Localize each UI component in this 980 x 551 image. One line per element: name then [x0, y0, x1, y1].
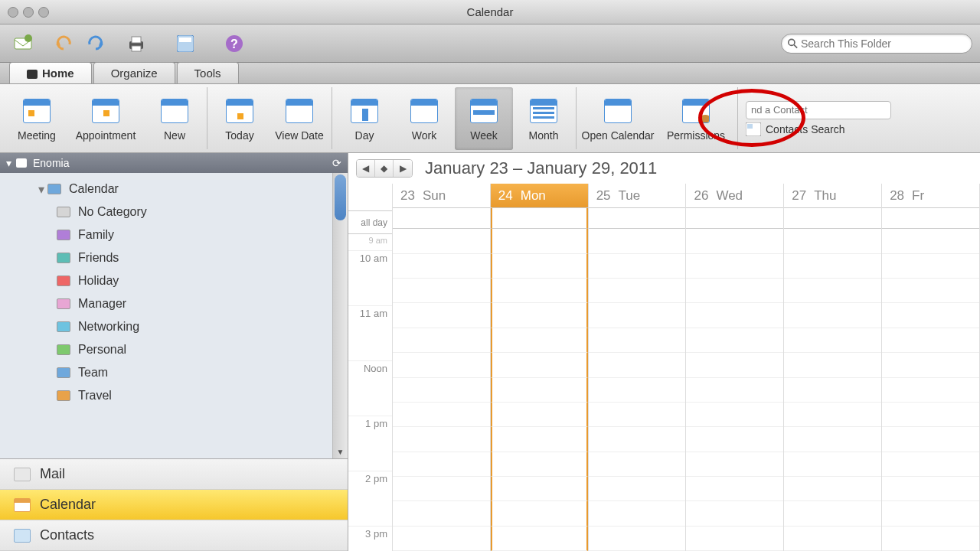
calendar-root[interactable]: ▾ Calendar: [0, 178, 332, 201]
time-cell[interactable]: [784, 452, 881, 477]
time-cell[interactable]: [686, 254, 783, 279]
folder-search-input[interactable]: [801, 37, 965, 50]
time-cell[interactable]: [686, 477, 783, 501]
time-cell[interactable]: [686, 353, 783, 377]
undo-icon[interactable]: [54, 33, 75, 54]
time-cell[interactable]: [589, 353, 686, 377]
today-marker-button[interactable]: ◆: [375, 160, 394, 177]
refresh-icon[interactable]: ⟳: [332, 157, 341, 169]
zoom-window-button[interactable]: [38, 7, 49, 18]
time-cell[interactable]: [589, 279, 686, 303]
next-week-button[interactable]: ▶: [394, 160, 412, 177]
time-cell[interactable]: [589, 403, 686, 427]
time-cell[interactable]: [589, 477, 686, 501]
time-cell[interactable]: [784, 378, 881, 403]
time-cell[interactable]: [882, 254, 979, 279]
time-cell[interactable]: [686, 229, 783, 253]
time-cell[interactable]: [589, 527, 686, 551]
time-cell[interactable]: [491, 403, 588, 427]
time-cell[interactable]: [393, 378, 490, 403]
day-column-fr[interactable]: 28Fr: [882, 184, 980, 551]
time-cell[interactable]: [393, 353, 490, 377]
time-cell[interactable]: [393, 403, 490, 427]
module-mail[interactable]: Mail: [0, 459, 348, 490]
time-cell[interactable]: [686, 527, 783, 551]
time-cell[interactable]: [589, 378, 686, 403]
day-column-thu[interactable]: 27Thu: [784, 184, 882, 551]
scroll-thumb[interactable]: [335, 174, 346, 220]
category-personal[interactable]: Personal: [0, 338, 332, 361]
module-contacts[interactable]: Contacts: [0, 520, 348, 551]
time-cell[interactable]: [686, 452, 783, 477]
new-button[interactable]: New: [145, 87, 204, 150]
time-cell[interactable]: [882, 229, 979, 253]
tab-organize[interactable]: Organize: [93, 62, 175, 83]
time-cell[interactable]: [491, 279, 588, 303]
my-day-icon[interactable]: [175, 33, 196, 54]
time-cell[interactable]: [589, 229, 686, 253]
day-column-sun[interactable]: 23Sun: [393, 184, 491, 551]
time-cell[interactable]: [393, 254, 490, 279]
time-cell[interactable]: [491, 501, 588, 526]
time-cell[interactable]: [393, 427, 490, 452]
time-cell[interactable]: [784, 477, 881, 501]
all-day-cell[interactable]: [784, 208, 881, 229]
time-cell[interactable]: [784, 279, 881, 303]
contacts-search-button[interactable]: Contacts Search: [746, 122, 891, 136]
week-view-button[interactable]: Week: [455, 87, 513, 150]
time-cell[interactable]: [882, 403, 979, 427]
time-cell[interactable]: [589, 452, 686, 477]
category-family[interactable]: Family: [0, 223, 332, 246]
category-team[interactable]: Team: [0, 361, 332, 384]
send-receive-icon[interactable]: [12, 33, 34, 54]
time-cell[interactable]: [882, 279, 979, 303]
time-cell[interactable]: [393, 229, 490, 253]
time-cell[interactable]: [589, 427, 686, 452]
day-view-button[interactable]: Day: [335, 87, 394, 150]
day-column-wed[interactable]: 26Wed: [686, 184, 784, 551]
all-day-cell[interactable]: [393, 208, 490, 229]
time-cell[interactable]: [882, 427, 979, 452]
time-cell[interactable]: [393, 452, 490, 477]
time-cell[interactable]: [784, 527, 881, 551]
account-header[interactable]: ▾ Enomia ⟳: [0, 153, 348, 173]
time-cell[interactable]: [491, 527, 588, 551]
time-cell[interactable]: [491, 254, 588, 279]
tab-tools[interactable]: Tools: [177, 62, 239, 83]
sidebar-scrollbar[interactable]: ▲ ▼: [332, 173, 348, 458]
all-day-cell[interactable]: [686, 208, 783, 229]
time-cell[interactable]: [784, 501, 881, 526]
day-column-mon[interactable]: 24Mon: [491, 184, 589, 551]
month-view-button[interactable]: Month: [514, 87, 573, 150]
time-cell[interactable]: [882, 477, 979, 501]
time-cell[interactable]: [686, 378, 783, 403]
time-cell[interactable]: [589, 303, 686, 328]
time-cell[interactable]: [882, 378, 979, 403]
time-cell[interactable]: [882, 452, 979, 477]
time-cell[interactable]: [491, 328, 588, 353]
time-cell[interactable]: [491, 229, 588, 253]
time-cell[interactable]: [882, 303, 979, 328]
day-column-tue[interactable]: 25Tue: [589, 184, 687, 551]
time-cell[interactable]: [686, 427, 783, 452]
time-cell[interactable]: [784, 403, 881, 427]
view-date-button[interactable]: View Date: [270, 87, 328, 150]
minimize-window-button[interactable]: [23, 7, 34, 18]
category-travel[interactable]: Travel: [0, 384, 332, 407]
time-cell[interactable]: [393, 303, 490, 328]
all-day-cell[interactable]: [589, 208, 686, 229]
scroll-down-icon[interactable]: ▼: [333, 445, 348, 458]
time-cell[interactable]: [491, 427, 588, 452]
time-cell[interactable]: [784, 303, 881, 328]
time-cell[interactable]: [491, 303, 588, 328]
work-view-button[interactable]: Work: [395, 87, 453, 150]
category-no-category[interactable]: No Category: [0, 201, 332, 223]
time-cell[interactable]: [882, 501, 979, 526]
print-icon[interactable]: [126, 33, 147, 54]
time-cell[interactable]: [686, 328, 783, 353]
close-window-button[interactable]: [8, 7, 18, 18]
time-cell[interactable]: [491, 452, 588, 477]
time-cell[interactable]: [589, 501, 686, 526]
time-cell[interactable]: [784, 328, 881, 353]
redo-icon[interactable]: [84, 33, 106, 54]
